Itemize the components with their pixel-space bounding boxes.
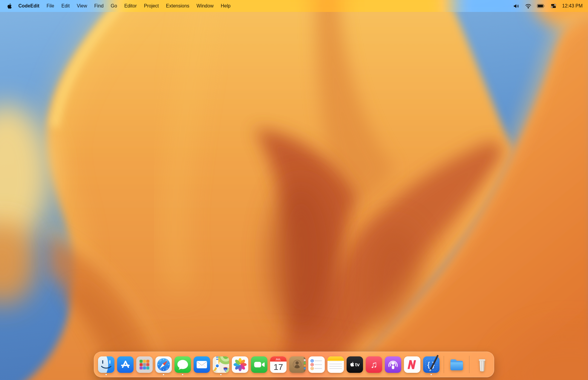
app-menu-codeedit[interactable]: CodeEdit: [15, 3, 43, 9]
dock-item-mail[interactable]: [192, 353, 211, 376]
dock-separator: [469, 356, 469, 373]
folder-icon: [448, 356, 465, 373]
running-indicator: [163, 374, 164, 376]
wifi-icon[interactable]: [522, 4, 534, 9]
dock-item-facetime[interactable]: [249, 353, 269, 376]
dock-item-finder[interactable]: [97, 353, 116, 376]
menu-bar: CodeEdit File Edit View Find Go Editor P…: [0, 0, 588, 12]
menu-editor[interactable]: Editor: [121, 3, 140, 9]
menu-bar-menus: CodeEdit File Edit View Find Go Editor P…: [4, 3, 234, 9]
desktop: CodeEdit File Edit View Find Go Editor P…: [0, 0, 588, 380]
menu-view[interactable]: View: [73, 3, 91, 9]
finder-icon: [98, 356, 115, 373]
apple-tv-icon: tv: [346, 356, 363, 373]
messages-icon: [174, 356, 191, 373]
dock-item-trash[interactable]: [472, 353, 491, 376]
reminders-icon: [308, 356, 325, 373]
contacts-icon: [289, 356, 306, 373]
menu-bar-status: 12:43 PM: [510, 3, 584, 9]
dock-item-podcasts[interactable]: [383, 353, 402, 376]
notes-icon: [327, 356, 344, 373]
running-indicator: [105, 374, 107, 376]
battery-icon[interactable]: [534, 3, 548, 9]
menu-go[interactable]: Go: [107, 3, 121, 9]
news-icon: [404, 356, 421, 373]
menu-extensions[interactable]: Extensions: [163, 3, 193, 9]
dock-item-codeedit[interactable]: { }: [422, 353, 441, 376]
apple-logo-icon: [7, 3, 12, 9]
photos-icon: [232, 356, 249, 373]
volume-icon[interactable]: [510, 3, 522, 9]
launchpad-icon: [136, 356, 153, 373]
codeedit-icon: { }: [423, 356, 440, 373]
facetime-icon: [251, 356, 268, 373]
dock-item-music[interactable]: ♫: [364, 353, 383, 376]
calendar-icon: JUL 17: [270, 356, 287, 373]
trash-icon: [474, 356, 491, 373]
menu-file[interactable]: File: [43, 3, 58, 9]
dock-item-calendar[interactable]: JUL 17: [269, 353, 288, 376]
menu-find[interactable]: Find: [91, 3, 107, 9]
apple-menu[interactable]: [4, 3, 15, 9]
app-store-icon: [117, 356, 134, 373]
mail-icon: [193, 356, 210, 373]
menu-edit[interactable]: Edit: [58, 3, 74, 9]
maps-icon: 280: [212, 356, 229, 373]
podcasts-icon: [385, 356, 402, 373]
dock-item-photos[interactable]: [230, 353, 249, 376]
running-indicator: [431, 374, 432, 376]
dock-item-launchpad[interactable]: [135, 353, 154, 376]
menu-bar-clock[interactable]: 12:43 PM: [559, 3, 584, 9]
music-icon: ♫: [365, 356, 382, 373]
calendar-month-label: JUL: [275, 358, 281, 361]
running-indicator: [182, 374, 183, 376]
safari-icon: [155, 356, 172, 373]
dock-item-news[interactable]: [402, 353, 422, 376]
running-indicator: [220, 374, 222, 376]
maps-shield-label: 280: [224, 369, 227, 371]
dock-item-messages[interactable]: [173, 353, 192, 376]
dock-item-downloads-folder[interactable]: [447, 353, 466, 376]
music-note-glyph: ♫: [370, 359, 377, 370]
dock: 280: [94, 352, 494, 377]
dock-item-tv[interactable]: tv: [345, 353, 364, 376]
menu-window[interactable]: Window: [193, 3, 217, 9]
dock-item-app-store[interactable]: [116, 353, 135, 376]
calendar-day-label: 17: [273, 362, 283, 371]
dock-item-safari[interactable]: [154, 353, 173, 376]
tv-label: tv: [355, 361, 360, 367]
dock-item-contacts[interactable]: [288, 353, 307, 376]
menu-help[interactable]: Help: [217, 3, 234, 9]
control-center-icon[interactable]: [548, 3, 559, 9]
menu-project[interactable]: Project: [140, 3, 163, 9]
dock-item-notes[interactable]: [326, 353, 345, 376]
dock-item-maps[interactable]: 280: [211, 353, 230, 376]
wallpaper-ventura: [0, 0, 588, 380]
dock-item-reminders[interactable]: [307, 353, 326, 376]
dock-separator: [444, 356, 444, 373]
